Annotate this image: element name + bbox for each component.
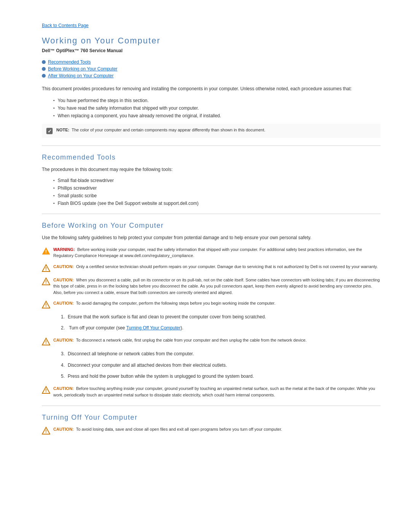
- caution-network-text: CAUTION: To disconnect a network cable, …: [53, 337, 307, 343]
- steps-list: 1.Ensure that the work surface is flat a…: [61, 313, 381, 332]
- turning-off-caution-icon: !: [42, 427, 50, 435]
- caution-2-text: CAUTION: When you disconnect a cable, pu…: [53, 277, 381, 296]
- recommended-tools-title: Recommended Tools: [42, 153, 381, 161]
- toc-bullet-2: [42, 67, 46, 71]
- before-working-title: Before Working on Your Computer: [42, 222, 381, 230]
- toc-bullet-3: [42, 74, 46, 78]
- caution-network-box: ! CAUTION: To disconnect a network cable…: [42, 337, 381, 346]
- caution-icon-2: !: [42, 277, 50, 286]
- step-5: 5.Press and hold the power button while …: [61, 373, 381, 380]
- page-subtitle: Dell™ OptiPlex™ 760 Service Manual: [42, 48, 381, 53]
- svg-text:!: !: [45, 302, 47, 308]
- step-1: 1.Ensure that the work surface is flat a…: [61, 313, 381, 321]
- tools-list: Small flat-blade screwdriver Phillips sc…: [53, 178, 381, 206]
- page-title: Working on Your Computer: [42, 36, 381, 46]
- intro-bullet-1: You have performed the steps in this sec…: [53, 98, 381, 103]
- recommended-tools-intro: The procedures in this document may requ…: [42, 166, 381, 173]
- svg-text:✓: ✓: [48, 128, 52, 134]
- caution-final-icon: !: [42, 386, 50, 394]
- svg-text:!: !: [45, 279, 47, 285]
- svg-text:!: !: [45, 249, 47, 254]
- toc-link-recommended-tools[interactable]: Recommended Tools: [48, 59, 91, 65]
- toc-list: Recommended Tools Before Working on Your…: [42, 59, 381, 78]
- caution-final-box: ! CAUTION: Before touching anything insi…: [42, 385, 381, 398]
- warning-label: WARNING:: [53, 247, 75, 252]
- turning-off-caution-label: CAUTION:: [53, 427, 74, 431]
- tool-3: Small plastic scribe: [53, 193, 381, 198]
- svg-text:!: !: [45, 428, 47, 434]
- caution-2-label: CAUTION:: [53, 278, 74, 282]
- caution-box-3: ! CAUTION: To avoid damaging the compute…: [42, 300, 381, 309]
- turning-off-link[interactable]: Turning Off Your Computer: [126, 325, 181, 331]
- turning-off-title: Turning Off Your Computer: [42, 414, 381, 422]
- toc-link-before-working[interactable]: Before Working on Your Computer: [48, 66, 118, 72]
- intro-bullet-3: When replacing a component, you have alr…: [53, 113, 381, 118]
- note-text: NOTE: The color of your computer and cer…: [56, 127, 265, 133]
- tool-1: Small flat-blade screwdriver: [53, 178, 381, 183]
- caution-3-label: CAUTION:: [53, 301, 74, 305]
- intro-bullets: You have performed the steps in this sec…: [53, 98, 381, 118]
- toc-item-after-working: After Working on Your Computer: [42, 73, 381, 78]
- tool-4: Flash BIOS update (see the Dell Support …: [53, 201, 381, 206]
- divider-1: [42, 145, 381, 146]
- svg-text:!: !: [45, 339, 47, 345]
- back-to-contents-link[interactable]: Back to Contents Page: [42, 23, 381, 28]
- steps-list-2: 3.Disconnect all telephone or network ca…: [61, 350, 381, 380]
- intro-bullet-2: You have read the safety information tha…: [53, 105, 381, 111]
- caution-icon-3: !: [42, 300, 50, 309]
- before-working-intro: Use the following safety guidelines to h…: [42, 234, 381, 241]
- intro-text: This document provides procedures for re…: [42, 85, 381, 93]
- caution-1-text: CAUTION: Only a certified service techni…: [53, 264, 378, 270]
- warning-icon: !: [42, 247, 50, 255]
- divider-2: [42, 214, 381, 214]
- turning-off-caution-text: CAUTION: To avoid losing data, save and …: [53, 426, 282, 433]
- warning-box: ! WARNING: Before working inside your co…: [42, 246, 381, 259]
- note-box: ✓ NOTE: The color of your computer and c…: [42, 124, 381, 138]
- toc-bullet-1: [42, 60, 46, 64]
- tool-2: Phillips screwdriver: [53, 185, 381, 191]
- turning-off-caution-box: ! CAUTION: To avoid losing data, save an…: [42, 426, 381, 435]
- caution-box-1: ! CAUTION: Only a certified service tech…: [42, 264, 381, 272]
- caution-network-icon: !: [42, 337, 50, 346]
- caution-icon-1: !: [42, 264, 50, 272]
- divider-3: [42, 406, 381, 406]
- caution-3-text: CAUTION: To avoid damaging the computer,…: [53, 300, 276, 307]
- svg-text:!: !: [45, 388, 47, 393]
- caution-final-label: CAUTION:: [53, 386, 74, 391]
- note-label: NOTE:: [56, 128, 69, 132]
- caution-final-text: CAUTION: Before touching anything inside…: [53, 385, 381, 398]
- step-3: 3.Disconnect all telephone or network ca…: [61, 350, 381, 358]
- toc-item-before-working: Before Working on Your Computer: [42, 66, 381, 72]
- svg-text:!: !: [45, 266, 47, 272]
- caution-box-2: ! CAUTION: When you disconnect a cable, …: [42, 277, 381, 296]
- step-2: 2. Turn off your computer (see Turning O…: [61, 324, 381, 332]
- toc-item-recommended-tools: Recommended Tools: [42, 59, 381, 65]
- step-4: 4.Disconnect your computer and all attac…: [61, 362, 381, 369]
- note-icon: ✓: [46, 127, 53, 135]
- toc-link-after-working[interactable]: After Working on Your Computer: [48, 73, 114, 78]
- caution-network-label: CAUTION:: [53, 338, 74, 342]
- caution-1-label: CAUTION:: [53, 264, 74, 269]
- warning-text: WARNING: Before working inside your comp…: [53, 246, 381, 259]
